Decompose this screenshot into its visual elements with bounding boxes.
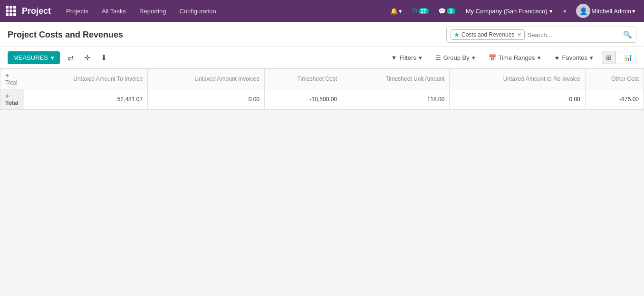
toolbar-left: MEASURES ▾ ⇄ ✛ ⬇ xyxy=(8,51,110,64)
chevron-down-icon: ▾ xyxy=(399,8,402,15)
nav-reporting[interactable]: Reporting xyxy=(134,5,172,18)
cell-timesheet-cost: -10,500.00 xyxy=(264,89,342,110)
favorites-button[interactable]: ★ Favorites ▾ xyxy=(549,52,598,64)
nav-all-tasks[interactable]: All Tasks xyxy=(96,5,132,18)
company-selector[interactable]: My Company (San Francisco) ▾ xyxy=(462,6,557,17)
activity-button[interactable]: ⏱ 27 xyxy=(409,6,432,17)
filter-icon: ▼ xyxy=(391,54,397,61)
search-input[interactable] xyxy=(525,31,623,38)
star-icon: ★ xyxy=(554,54,560,61)
col-header-untaxed-invoiced: Untaxed Amount Invoiced xyxy=(148,69,265,89)
user-chevron-icon: ▾ xyxy=(632,8,635,15)
cell-other-cost: -875.00 xyxy=(585,89,644,110)
expand-row-icon[interactable]: + xyxy=(5,92,9,100)
filters-label: Filters xyxy=(399,54,416,61)
messages-badge: 3 xyxy=(447,8,455,14)
close-button[interactable]: × xyxy=(560,6,570,17)
pivot-table: + Total Untaxed Amount To Invoice Untaxe… xyxy=(0,68,644,110)
subheader: Project Costs and Revenues ★ Costs and R… xyxy=(0,22,644,47)
total-header-label: Total xyxy=(5,79,17,86)
search-bar: ★ Costs and Revenues × 🔍 xyxy=(446,27,636,43)
groupby-label: Group By xyxy=(443,54,470,61)
expand-total-icon[interactable]: + xyxy=(5,72,9,79)
table-column-header-row: + Total Untaxed Amount To Invoice Untaxe… xyxy=(0,69,644,89)
col-header-untaxed-reinvoice: Untaxed Amount to Re-invoice xyxy=(450,69,585,89)
cell-timesheet-unit: 118.00 xyxy=(342,89,450,110)
timeranges-button[interactable]: 📅 Time Ranges ▾ xyxy=(484,52,546,64)
messages-button[interactable]: 💬 3 xyxy=(435,6,458,17)
filter-tag-label: Costs and Revenues xyxy=(461,31,514,38)
nav-links: Projects All Tasks Reporting Configurati… xyxy=(60,5,387,18)
clock-icon: ⏱ xyxy=(412,8,418,15)
bell-icon: 🔔 xyxy=(390,8,398,15)
swap-columns-button[interactable]: ⇄ xyxy=(65,51,77,64)
apps-menu-icon[interactable] xyxy=(6,6,16,16)
bar-chart-view-button[interactable]: 📊 xyxy=(620,51,636,64)
nav-configuration[interactable]: Configuration xyxy=(173,5,221,18)
top-navigation: Project Projects All Tasks Reporting Con… xyxy=(0,0,644,22)
company-chevron-icon: ▾ xyxy=(549,8,553,15)
activity-badge: 27 xyxy=(419,8,429,14)
col-header-timesheet-cost: Timesheet Cost xyxy=(264,69,342,89)
measures-button[interactable]: MEASURES ▾ xyxy=(8,51,60,64)
cell-untaxed-invoice: 52,481.07 xyxy=(24,89,148,110)
toolbar-right: ▼ Filters ▾ ☰ Group By ▾ 📅 Time Ranges ▾… xyxy=(386,51,636,64)
notifications-button[interactable]: 🔔 ▾ xyxy=(387,6,405,17)
expand-button[interactable]: ✛ xyxy=(81,51,93,64)
cell-untaxed-reinvoice: 0.00 xyxy=(450,89,585,110)
close-icon: × xyxy=(563,8,567,15)
cell-untaxed-invoiced: 0.00 xyxy=(148,89,265,110)
download-button[interactable]: ⬇ xyxy=(98,51,110,64)
user-menu[interactable]: 👤 Mitchell Admin ▾ xyxy=(573,2,638,20)
groupby-chevron-icon: ▾ xyxy=(472,54,475,61)
col-header-other-cost: Other Cost xyxy=(585,69,644,89)
col-header-untaxed-invoice: Untaxed Amount To Invoice xyxy=(24,69,148,89)
toolbar: MEASURES ▾ ⇄ ✛ ⬇ ▼ Filters ▾ ☰ Group By … xyxy=(0,47,644,68)
user-avatar: 👤 xyxy=(576,4,590,18)
measures-chevron-icon: ▾ xyxy=(51,54,54,61)
groupby-icon: ☰ xyxy=(435,54,441,61)
calendar-icon: 📅 xyxy=(489,54,496,61)
favorites-chevron-icon: ▾ xyxy=(590,54,593,61)
filter-remove-button[interactable]: × xyxy=(517,31,521,38)
pivot-table-container: + Total Untaxed Amount To Invoice Untaxe… xyxy=(0,68,644,110)
measures-label: MEASURES xyxy=(13,54,48,61)
search-icon[interactable]: 🔍 xyxy=(623,30,632,39)
favorites-label: Favorites xyxy=(562,54,587,61)
filters-chevron-icon: ▾ xyxy=(419,54,422,61)
timeranges-label: Time Ranges xyxy=(499,54,535,61)
row-total-label: + Total xyxy=(0,89,24,110)
nav-projects[interactable]: Projects xyxy=(60,5,94,18)
pivot-view-button[interactable]: ⊞ xyxy=(602,51,616,64)
company-name: My Company (San Francisco) xyxy=(466,8,548,15)
table-row: + Total 52,481.07 0.00 -10,500.00 118.00… xyxy=(0,89,644,110)
groupby-button[interactable]: ☰ Group By ▾ xyxy=(431,52,480,64)
timeranges-chevron-icon: ▾ xyxy=(538,54,541,61)
chat-icon: 💬 xyxy=(438,8,446,15)
filters-button[interactable]: ▼ Filters ▾ xyxy=(386,52,427,64)
filter-star-icon: ★ xyxy=(454,31,460,38)
active-filter-tag: ★ Costs and Revenues × xyxy=(451,29,525,40)
user-name: Mitchell Admin xyxy=(591,8,631,15)
topnav-right-section: 🔔 ▾ ⏱ 27 💬 3 My Company (San Francisco) … xyxy=(387,2,638,20)
page-title: Project Costs and Revenues xyxy=(8,30,123,40)
col-header-timesheet-unit: Timesheet Unit Amount xyxy=(342,69,450,89)
app-logo: Project xyxy=(22,6,51,16)
